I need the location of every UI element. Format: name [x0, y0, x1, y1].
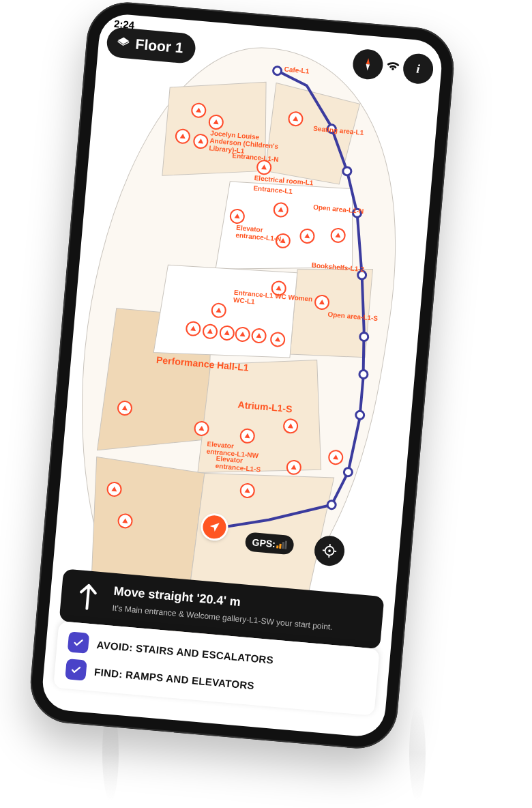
- route-waypoint: [359, 370, 368, 379]
- nav-text: Move straight '20.4' m It's Main entranc…: [112, 584, 335, 633]
- pref-find-label: FIND: RAMPS AND ELEVATORS: [94, 665, 255, 691]
- route-waypoint: [327, 500, 336, 509]
- poi-marker[interactable]: [194, 134, 209, 149]
- poi-marker[interactable]: [286, 460, 301, 475]
- checkbox-find[interactable]: [65, 659, 87, 681]
- poi-marker[interactable]: [252, 328, 267, 343]
- poi-marker[interactable]: [314, 295, 329, 310]
- route-waypoint: [355, 411, 364, 420]
- info-icon: i: [416, 61, 421, 76]
- poi-marker[interactable]: [220, 326, 235, 341]
- poi-marker[interactable]: [230, 209, 245, 224]
- gps-signal-bars: [276, 540, 287, 549]
- poi-marker[interactable]: [203, 324, 218, 339]
- poi-marker[interactable]: [270, 332, 285, 347]
- floor-label: Floor 1: [135, 36, 184, 57]
- info-button[interactable]: i: [402, 53, 434, 85]
- poi-marker[interactable]: [274, 203, 289, 218]
- arrow-up-icon: [76, 581, 100, 611]
- poi-marker[interactable]: [107, 482, 122, 497]
- poi-marker[interactable]: [240, 483, 255, 498]
- poi-marker[interactable]: [328, 450, 343, 465]
- svg-point-30: [328, 549, 331, 552]
- location-arrow-icon: [208, 521, 222, 534]
- compass-button[interactable]: [352, 48, 385, 81]
- poi-marker[interactable]: [175, 129, 190, 144]
- poi-marker[interactable]: [186, 321, 201, 336]
- gps-label: GPS:: [252, 536, 276, 549]
- decoration: [409, 706, 426, 801]
- route-waypoint: [344, 467, 353, 476]
- poi-marker[interactable]: [118, 514, 133, 529]
- poi-marker[interactable]: [300, 229, 315, 244]
- poi-marker[interactable]: [209, 115, 224, 130]
- phone-mock: Cafe-L1Seating area-L1Jocelyn LouiseAnde…: [27, 0, 457, 752]
- route-waypoint: [359, 332, 368, 341]
- check-icon: [70, 663, 83, 677]
- wifi-icon: [387, 61, 400, 72]
- poi-marker[interactable]: [117, 401, 132, 416]
- pref-avoid-label: AVOID: STAIRS AND ESCALATORS: [96, 638, 274, 665]
- check-icon: [72, 636, 85, 650]
- poi-marker[interactable]: [283, 419, 298, 434]
- crosshair-icon: [321, 543, 338, 559]
- layers-icon: [116, 35, 131, 50]
- poi-marker[interactable]: [191, 103, 206, 118]
- top-right-controls: i: [352, 48, 434, 85]
- poi-marker[interactable]: [289, 111, 304, 126]
- poi-marker[interactable]: [211, 303, 226, 318]
- poi-marker[interactable]: [194, 421, 209, 436]
- poi-marker[interactable]: [235, 327, 250, 342]
- app-screen: Cafe-L1Seating area-L1Jocelyn LouiseAnde…: [40, 12, 443, 738]
- floor-selector[interactable]: Floor 1: [106, 27, 196, 64]
- poi-marker[interactable]: [240, 429, 255, 444]
- compass-icon: [359, 56, 376, 72]
- direction-arrow: [72, 581, 104, 612]
- checkbox-avoid[interactable]: [68, 631, 90, 654]
- route-waypoint: [342, 167, 351, 175]
- poi-marker[interactable]: [331, 228, 346, 243]
